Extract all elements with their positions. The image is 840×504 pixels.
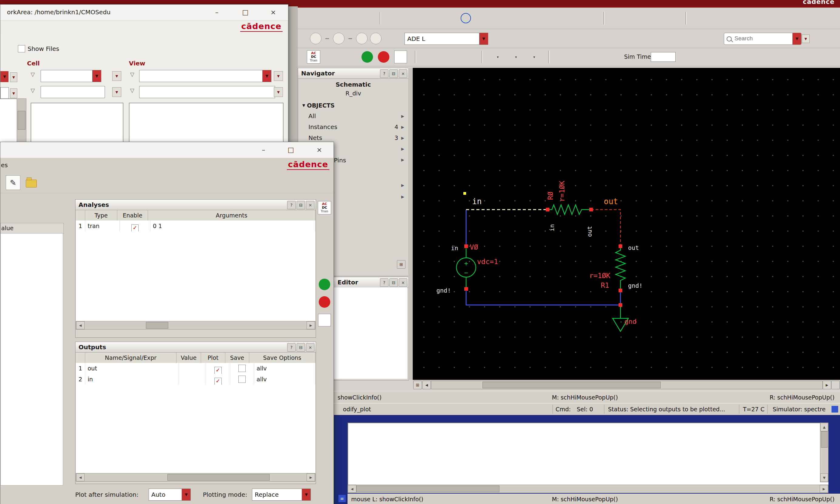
parametric-icon[interactable] — [527, 50, 541, 64]
variables-table-body[interactable] — [0, 233, 63, 486]
forward-icon[interactable] — [333, 33, 344, 44]
delete-icon[interactable] — [318, 259, 331, 273]
library-filter-options-arrow[interactable]: ▼ — [10, 72, 17, 82]
results-browser-icon[interactable] — [442, 50, 456, 64]
pin-square[interactable] — [619, 303, 622, 307]
list-item[interactable] — [0, 99, 17, 115]
dropdown-arrow-icon[interactable]: ▼ — [262, 70, 271, 82]
chevron-right-icon[interactable]: ▶ — [401, 158, 406, 162]
dropdown-arrow-icon[interactable]: ▼ — [302, 489, 310, 500]
pointer-icon[interactable] — [599, 32, 612, 45]
setup-outputs-icon[interactable] — [325, 50, 339, 64]
navigator-row[interactable]: All ▶ — [298, 111, 409, 122]
ade-titlebar[interactable]: – □ × — [0, 142, 333, 158]
minimize-button[interactable]: – — [252, 142, 275, 158]
zoom-prev-icon[interactable] — [356, 33, 367, 44]
float-panel-icon[interactable]: ⊟ — [389, 69, 398, 78]
stop-simulation-icon[interactable] — [319, 296, 330, 308]
netlist-icon[interactable] — [318, 240, 331, 253]
pin-square[interactable] — [546, 208, 549, 211]
stretch-icon[interactable] — [423, 12, 437, 25]
cell-filter-options-arrow[interactable]: ▼ — [112, 71, 121, 81]
scroll-left-icon[interactable]: ◀ — [76, 321, 85, 329]
measure-icon[interactable] — [565, 12, 579, 25]
delete-icon[interactable] — [441, 12, 454, 25]
screenshot-icon[interactable] — [665, 12, 678, 25]
dropdown-arrow-icon[interactable]: ▼ — [479, 33, 488, 44]
new-window-icon[interactable] — [511, 32, 525, 45]
redo-icon[interactable] — [513, 12, 526, 25]
close-panel-icon[interactable]: × — [306, 343, 314, 352]
scroll-thumb[interactable] — [18, 111, 25, 130]
spreadsheet-icon[interactable] — [782, 12, 795, 25]
tab-windows-icon[interactable] — [694, 12, 707, 25]
outputs-hscrollbar[interactable]: ◀ ▶ — [76, 473, 315, 482]
stop-simulation-icon[interactable] — [378, 51, 389, 63]
scroll-up-icon[interactable]: ▲ — [820, 423, 828, 431]
report-icon[interactable] — [576, 50, 589, 64]
arguments-column-header[interactable]: Arguments — [148, 210, 315, 221]
pin-square[interactable] — [619, 245, 622, 248]
navigator-row[interactable]: Instances 4 ▶ — [298, 122, 409, 132]
outputs-empty-area[interactable] — [76, 385, 315, 473]
save-options[interactable]: allv — [254, 374, 315, 385]
scroll-right-icon[interactable]: ▶ — [823, 381, 831, 389]
plotting-mode-combo[interactable]: Replace ▼ — [252, 489, 311, 501]
resistor-r0-symbol[interactable] — [548, 205, 591, 214]
close-panel-icon[interactable]: × — [306, 201, 314, 209]
new-file-icon[interactable] — [306, 12, 320, 25]
save-options[interactable]: allv — [254, 363, 315, 374]
wire-net-out-selected[interactable] — [591, 210, 620, 246]
search-input[interactable] — [734, 34, 787, 43]
library-list-scrollbar[interactable] — [17, 98, 27, 149]
scroll-right-icon[interactable]: ▶ — [307, 321, 315, 329]
node-label-in[interactable]: in — [451, 245, 458, 252]
scroll-down-icon[interactable]: ▼ — [820, 473, 828, 482]
scroll-left-icon[interactable]: ◀ — [76, 473, 85, 481]
navigator-pins-label[interactable]: Pins — [334, 157, 346, 164]
check-and-save-icon[interactable] — [341, 12, 355, 25]
spell-check-icon[interactable] — [747, 12, 760, 25]
help-icon[interactable]: ? — [380, 69, 389, 78]
partial-select-icon[interactable] — [617, 32, 631, 45]
save-cell[interactable] — [230, 363, 254, 374]
run-simulation-icon[interactable] — [319, 278, 330, 290]
net-label-in[interactable]: in — [472, 197, 482, 206]
show-files-checkbox[interactable] — [18, 45, 25, 52]
help-icon[interactable]: ? — [287, 343, 296, 352]
scroll-thumb[interactable] — [356, 486, 499, 492]
open-folder-icon[interactable] — [26, 180, 37, 187]
workarea-titlebar[interactable]: orkArea: /home/brinkn1/CMOSedu – □ × — [0, 4, 288, 21]
workspace-windows-icon[interactable] — [494, 32, 508, 45]
rotate-icon[interactable] — [530, 12, 544, 25]
plot-cell[interactable]: ✓ — [206, 363, 230, 374]
plot-after-combo[interactable]: Auto ▼ — [149, 489, 191, 501]
chevron-right-icon[interactable]: ▶ — [401, 136, 406, 140]
navigator-grid-icon[interactable]: ⊞ — [397, 260, 406, 269]
minimize-button[interactable]: – — [205, 4, 229, 20]
chevron-right-icon[interactable]: ▶ — [401, 147, 406, 151]
help-icon[interactable]: ? — [287, 201, 296, 209]
library-filter-arrow-fragment[interactable]: ▼ — [0, 71, 8, 82]
chevron-right-icon[interactable]: ▶ — [401, 195, 406, 199]
chevron-right-icon[interactable]: ▶ — [401, 125, 406, 129]
output-value[interactable] — [179, 363, 206, 374]
scroll-thumb[interactable] — [821, 431, 827, 448]
scroll-right-icon[interactable]: ▶ — [820, 485, 828, 493]
choose-analyses-icon[interactable]: ACDCTran — [318, 201, 331, 214]
analyses-hscrollbar[interactable]: ◀ ▶ — [76, 321, 315, 329]
scroll-thumb[interactable] — [146, 322, 168, 329]
plot-outputs-icon[interactable] — [318, 314, 331, 326]
float-panel-icon[interactable]: ⊟ — [389, 278, 398, 287]
search-box[interactable]: ▼ — [724, 33, 802, 45]
plot-column-header[interactable]: Plot — [201, 353, 225, 363]
float-panel-icon[interactable]: ⊟ — [296, 343, 305, 352]
maximize-button[interactable]: □ — [279, 142, 303, 158]
sim-time-input[interactable] — [651, 52, 676, 62]
canvas-grid-icon[interactable]: ⊞ — [413, 381, 422, 389]
annotate-icon[interactable] — [764, 12, 777, 25]
pin-square[interactable] — [464, 245, 468, 248]
view-filter-options-arrow[interactable]: ▼ — [274, 71, 283, 81]
zoom-in-icon[interactable] — [612, 12, 625, 25]
save-checkbox[interactable] — [238, 376, 246, 383]
